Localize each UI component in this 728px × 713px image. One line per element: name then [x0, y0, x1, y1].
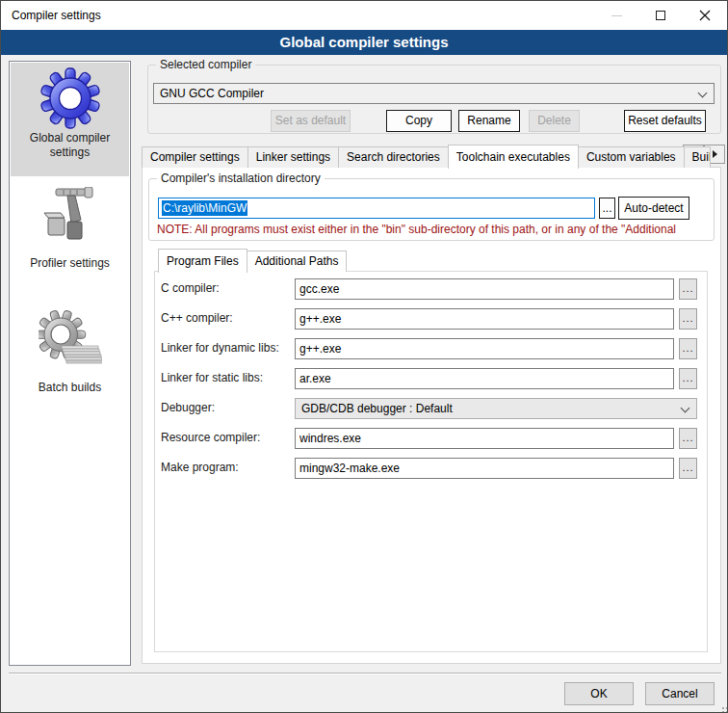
selected-compiler-value: GNU GCC Compiler — [160, 87, 264, 100]
installation-directory-group-label: Compiler's installation directory — [157, 172, 325, 185]
c-compiler-browse-button[interactable]: ... — [679, 278, 697, 300]
debugger-select[interactable]: GDB/CDB debugger : Default — [295, 398, 697, 419]
subtab-program-files[interactable]: Program Files — [158, 249, 247, 273]
selected-compiler-group-label: Selected compiler — [156, 58, 255, 71]
cpp-compiler-browse-button[interactable]: ... — [679, 308, 697, 330]
resource-compiler-input[interactable] — [295, 428, 674, 449]
chevron-down-icon — [681, 404, 690, 413]
browse-directory-button[interactable]: ... — [599, 198, 615, 219]
installation-directory-input[interactable]: C:\raylib\MinGW — [158, 198, 595, 219]
settings-category-list: Global compiler settings Profiler settin… — [9, 61, 131, 666]
selected-text: C:\raylib\MinGW — [162, 200, 247, 216]
arrow-right-icon — [713, 150, 717, 158]
caliper-icon — [39, 187, 102, 254]
delete-button: Delete — [529, 110, 580, 132]
c-compiler-input[interactable] — [295, 278, 674, 300]
debugger-value: GDB/CDB debugger : Default — [301, 402, 453, 415]
sidebar-item-label: Global compiler settings — [11, 129, 129, 160]
dynamic-linker-browse-button[interactable]: ... — [679, 338, 697, 359]
resize-grip[interactable] — [722, 707, 724, 709]
tab-custom-variables[interactable]: Custom variables — [578, 146, 685, 168]
cancel-button[interactable]: Cancel — [645, 682, 715, 705]
sidebar-item-batch-builds[interactable]: Batch builds — [11, 307, 129, 413]
blue-gear-icon — [39, 67, 101, 129]
sidebar-item-profiler-settings[interactable]: Profiler settings — [11, 185, 129, 291]
minimize-icon — [611, 15, 622, 16]
debugger-label: Debugger: — [161, 401, 215, 414]
sidebar-item-label: Profiler settings — [11, 254, 129, 271]
resource-compiler-label: Resource compiler: — [161, 431, 260, 444]
static-linker-input[interactable] — [295, 368, 674, 389]
resource-compiler-browse-button[interactable]: ... — [679, 428, 697, 449]
reset-defaults-button[interactable]: Reset defaults — [624, 110, 706, 132]
dynamic-linker-input[interactable] — [295, 338, 674, 359]
make-program-input[interactable] — [295, 458, 674, 479]
make-program-label: Make program: — [161, 461, 239, 474]
note-text: NOTE: All programs must exist either in … — [157, 223, 692, 236]
tab-search-directories[interactable]: Search directories — [338, 146, 449, 168]
subtab-additional-paths[interactable]: Additional Paths — [247, 251, 348, 272]
auto-detect-button[interactable]: Auto-detect — [618, 197, 689, 220]
static-linker-browse-button[interactable]: ... — [679, 368, 697, 389]
tab-linker-settings[interactable]: Linker settings — [247, 146, 339, 168]
tab-toolchain-executables[interactable]: Toolchain executables — [448, 145, 579, 169]
sidebar-item-label: Batch builds — [11, 379, 129, 395]
selected-compiler-dropdown[interactable]: GNU GCC Compiler — [153, 83, 715, 104]
rename-button[interactable]: Rename — [458, 110, 520, 132]
titlebar: Compiler settings — [1, 1, 727, 30]
footer-divider — [9, 673, 721, 674]
static-linker-label: Linker for static libs: — [161, 371, 263, 384]
sidebar-item-global-compiler-settings[interactable]: Global compiler settings — [11, 63, 129, 176]
close-icon — [699, 10, 711, 21]
c-compiler-label: C compiler: — [161, 281, 220, 295]
minimize-button — [594, 1, 638, 30]
chevron-down-icon — [698, 89, 708, 98]
make-program-browse-button[interactable]: ... — [679, 458, 697, 479]
set-as-default-button: Set as default — [271, 110, 351, 132]
compiler-settings-dialog: Compiler settings Global compiler settin… — [0, 0, 728, 713]
toolchain-subtabs: Program Files Additional Paths — [158, 250, 347, 272]
gray-gear-stack-icon — [39, 309, 102, 379]
window-title: Compiler settings — [12, 9, 101, 22]
tab-compiler-settings[interactable]: Compiler settings — [142, 146, 248, 168]
close-button[interactable] — [683, 1, 727, 30]
dynamic-linker-label: Linker for dynamic libs: — [161, 341, 279, 355]
cpp-compiler-input[interactable] — [295, 308, 674, 330]
maximize-button[interactable] — [638, 1, 683, 30]
copy-button[interactable]: Copy — [386, 110, 452, 132]
maximize-icon — [656, 11, 665, 20]
cpp-compiler-label: C++ compiler: — [161, 311, 233, 325]
page-title: Global compiler settings — [1, 30, 727, 55]
compiler-tabs: Compiler settings Linker settings Search… — [142, 145, 711, 168]
ok-button[interactable]: OK — [564, 682, 634, 705]
tab-build-options[interactable]: Build — [684, 146, 711, 168]
